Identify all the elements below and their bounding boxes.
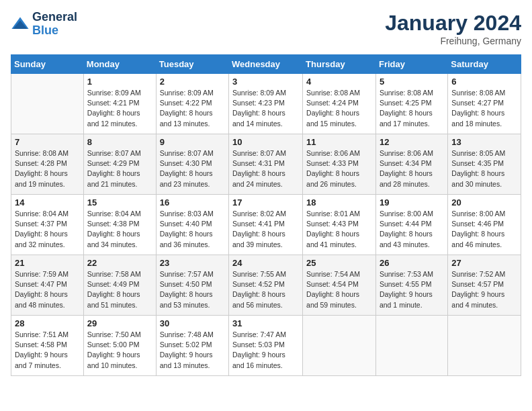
day-number: 18 [306, 197, 372, 208]
day-number: 27 [451, 258, 517, 268]
day-info: Sunrise: 8:02 AMSunset: 4:41 PMDaylight:… [232, 209, 299, 250]
day-info: Sunrise: 8:09 AMSunset: 4:22 PMDaylight:… [160, 88, 225, 129]
day-info: Sunrise: 7:52 AMSunset: 4:57 PMDaylight:… [451, 269, 517, 310]
day-number: 16 [160, 197, 225, 208]
logo-text: General Blue [32, 11, 77, 38]
calendar-cell: 2Sunrise: 8:09 AMSunset: 4:22 PMDaylight… [156, 74, 228, 134]
calendar-cell [11, 74, 84, 134]
logo: General Blue [11, 11, 77, 38]
day-number: 13 [451, 137, 517, 147]
calendar-cell: 26Sunrise: 7:53 AMSunset: 4:55 PMDayligh… [375, 255, 447, 316]
day-number: 22 [87, 258, 152, 268]
day-info: Sunrise: 8:00 AMSunset: 4:46 PMDaylight:… [451, 209, 517, 250]
column-header-tuesday: Tuesday [156, 55, 228, 74]
month-title: January 2024 [385, 11, 521, 36]
day-info: Sunrise: 7:58 AMSunset: 4:49 PMDaylight:… [87, 269, 152, 310]
day-info: Sunrise: 7:53 AMSunset: 4:55 PMDaylight:… [380, 269, 444, 310]
calendar-week-row: 28Sunrise: 7:51 AMSunset: 4:58 PMDayligh… [11, 316, 521, 376]
day-number: 2 [160, 77, 225, 87]
day-info: Sunrise: 7:54 AMSunset: 4:54 PMDaylight:… [306, 269, 372, 310]
column-header-wednesday: Wednesday [229, 55, 303, 74]
calendar-cell: 6Sunrise: 8:08 AMSunset: 4:27 PMDaylight… [448, 74, 521, 134]
day-info: Sunrise: 8:01 AMSunset: 4:43 PMDaylight:… [306, 209, 372, 250]
day-info: Sunrise: 8:08 AMSunset: 4:27 PMDaylight:… [451, 88, 517, 129]
day-info: Sunrise: 8:08 AMSunset: 4:24 PMDaylight:… [306, 88, 372, 129]
column-header-saturday: Saturday [448, 55, 521, 74]
calendar-cell: 21Sunrise: 7:59 AMSunset: 4:47 PMDayligh… [11, 255, 84, 316]
day-info: Sunrise: 7:55 AMSunset: 4:52 PMDaylight:… [232, 269, 299, 310]
day-info: Sunrise: 8:08 AMSunset: 4:28 PMDaylight:… [15, 148, 80, 189]
day-info: Sunrise: 8:09 AMSunset: 4:21 PMDaylight:… [87, 88, 152, 129]
column-header-thursday: Thursday [303, 55, 376, 74]
day-info: Sunrise: 8:03 AMSunset: 4:40 PMDaylight:… [160, 209, 225, 250]
column-header-monday: Monday [83, 55, 156, 74]
day-number: 28 [15, 318, 80, 328]
day-info: Sunrise: 8:08 AMSunset: 4:25 PMDaylight:… [380, 88, 444, 129]
calendar-cell: 20Sunrise: 8:00 AMSunset: 4:46 PMDayligh… [448, 195, 521, 255]
day-info: Sunrise: 8:07 AMSunset: 4:31 PMDaylight:… [232, 148, 299, 189]
calendar-week-row: 1Sunrise: 8:09 AMSunset: 4:21 PMDaylight… [11, 74, 521, 134]
day-number: 12 [380, 137, 444, 147]
day-info: Sunrise: 8:04 AMSunset: 4:38 PMDaylight:… [87, 209, 152, 250]
calendar-cell: 18Sunrise: 8:01 AMSunset: 4:43 PMDayligh… [303, 195, 376, 255]
calendar-cell: 11Sunrise: 8:06 AMSunset: 4:33 PMDayligh… [303, 134, 376, 195]
calendar-cell: 13Sunrise: 8:05 AMSunset: 4:35 PMDayligh… [448, 134, 521, 195]
day-number: 5 [380, 77, 444, 87]
day-number: 6 [451, 77, 517, 87]
calendar-cell [448, 316, 521, 376]
column-header-sunday: Sunday [11, 55, 84, 74]
calendar-cell: 8Sunrise: 8:07 AMSunset: 4:29 PMDaylight… [83, 134, 156, 195]
day-number: 1 [87, 77, 152, 87]
calendar-cell: 22Sunrise: 7:58 AMSunset: 4:49 PMDayligh… [83, 255, 156, 316]
day-info: Sunrise: 8:04 AMSunset: 4:37 PMDaylight:… [15, 209, 80, 250]
calendar-cell: 9Sunrise: 8:07 AMSunset: 4:30 PMDaylight… [156, 134, 228, 195]
calendar-week-row: 21Sunrise: 7:59 AMSunset: 4:47 PMDayligh… [11, 255, 521, 316]
column-header-friday: Friday [375, 55, 447, 74]
calendar-cell: 24Sunrise: 7:55 AMSunset: 4:52 PMDayligh… [229, 255, 303, 316]
calendar-table: SundayMondayTuesdayWednesdayThursdayFrid… [11, 54, 521, 376]
calendar-cell: 19Sunrise: 8:00 AMSunset: 4:44 PMDayligh… [375, 195, 447, 255]
logo-icon [11, 15, 30, 34]
day-number: 11 [306, 137, 372, 147]
page-header: General Blue January 2024 Freihung, Germ… [11, 11, 521, 46]
day-number: 26 [380, 258, 444, 268]
day-number: 23 [160, 258, 225, 268]
day-number: 30 [160, 318, 225, 328]
calendar-week-row: 14Sunrise: 8:04 AMSunset: 4:37 PMDayligh… [11, 195, 521, 255]
day-info: Sunrise: 7:57 AMSunset: 4:50 PMDaylight:… [160, 269, 225, 310]
day-number: 21 [15, 258, 80, 268]
day-info: Sunrise: 7:48 AMSunset: 5:02 PMDaylight:… [160, 330, 225, 371]
day-number: 14 [15, 197, 80, 208]
calendar-cell: 10Sunrise: 8:07 AMSunset: 4:31 PMDayligh… [229, 134, 303, 195]
calendar-cell: 16Sunrise: 8:03 AMSunset: 4:40 PMDayligh… [156, 195, 228, 255]
calendar-cell: 14Sunrise: 8:04 AMSunset: 4:37 PMDayligh… [11, 195, 84, 255]
calendar-cell [303, 316, 376, 376]
calendar-cell: 17Sunrise: 8:02 AMSunset: 4:41 PMDayligh… [229, 195, 303, 255]
day-number: 7 [15, 137, 80, 147]
day-number: 17 [232, 197, 299, 208]
day-info: Sunrise: 8:07 AMSunset: 4:29 PMDaylight:… [87, 148, 152, 189]
calendar-cell: 29Sunrise: 7:50 AMSunset: 5:00 PMDayligh… [83, 316, 156, 376]
day-info: Sunrise: 8:09 AMSunset: 4:23 PMDaylight:… [232, 88, 299, 129]
location: Freihung, Germany [385, 36, 521, 46]
title-area: January 2024 Freihung, Germany [385, 11, 521, 46]
day-number: 15 [87, 197, 152, 208]
calendar-cell: 30Sunrise: 7:48 AMSunset: 5:02 PMDayligh… [156, 316, 228, 376]
day-number: 4 [306, 77, 372, 87]
day-info: Sunrise: 8:05 AMSunset: 4:35 PMDaylight:… [451, 148, 517, 189]
calendar-cell: 12Sunrise: 8:06 AMSunset: 4:34 PMDayligh… [375, 134, 447, 195]
calendar-cell: 27Sunrise: 7:52 AMSunset: 4:57 PMDayligh… [448, 255, 521, 316]
day-number: 29 [87, 318, 152, 328]
calendar-cell: 25Sunrise: 7:54 AMSunset: 4:54 PMDayligh… [303, 255, 376, 316]
day-info: Sunrise: 8:00 AMSunset: 4:44 PMDaylight:… [380, 209, 444, 250]
calendar-cell: 31Sunrise: 7:47 AMSunset: 5:03 PMDayligh… [229, 316, 303, 376]
day-number: 8 [87, 137, 152, 147]
day-info: Sunrise: 8:07 AMSunset: 4:30 PMDaylight:… [160, 148, 225, 189]
calendar-cell: 5Sunrise: 8:08 AMSunset: 4:25 PMDaylight… [375, 74, 447, 134]
calendar-cell: 15Sunrise: 8:04 AMSunset: 4:38 PMDayligh… [83, 195, 156, 255]
calendar-cell: 23Sunrise: 7:57 AMSunset: 4:50 PMDayligh… [156, 255, 228, 316]
calendar-cell: 3Sunrise: 8:09 AMSunset: 4:23 PMDaylight… [229, 74, 303, 134]
day-info: Sunrise: 7:50 AMSunset: 5:00 PMDaylight:… [87, 330, 152, 371]
day-number: 25 [306, 258, 372, 268]
calendar-cell: 7Sunrise: 8:08 AMSunset: 4:28 PMDaylight… [11, 134, 84, 195]
